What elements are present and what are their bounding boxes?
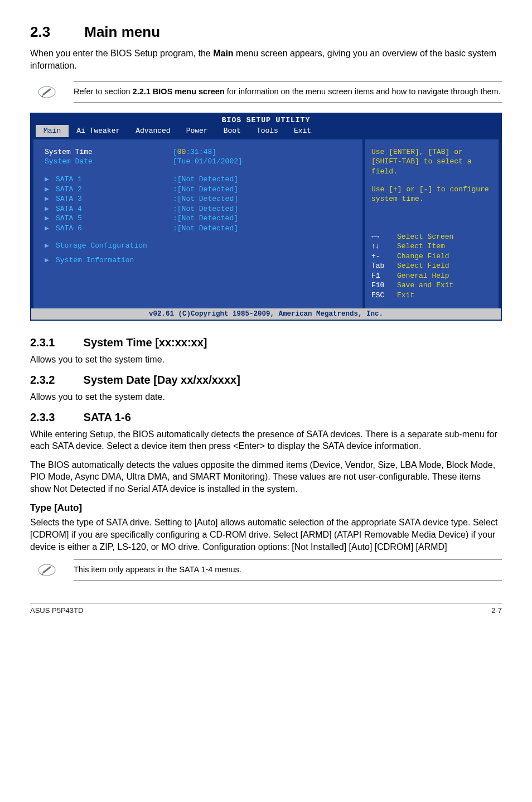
storage-configuration-item[interactable]: Storage Configuration (56, 241, 147, 250)
sata-value: :[Not Detected] (173, 175, 238, 185)
subsection-body-2: The BIOS automatically detects the value… (30, 459, 502, 495)
bios-title: BIOS SETUP UTILITY (31, 114, 501, 125)
subsection-title: System Time [xx:xx:xx] (84, 336, 207, 349)
system-date-label[interactable]: System Date (45, 157, 173, 167)
bios-copyright: v02.61 (C)Copyright 1985-2009, American … (31, 308, 501, 320)
note-block: Refer to section 2.2.1 BIOS menu screen … (30, 81, 502, 103)
section-title-text: Main menu (84, 23, 160, 40)
legend-text: Change Field (397, 252, 449, 262)
triangle-icon: ▶ (45, 194, 50, 204)
subsection-title: SATA 1-6 (84, 411, 131, 423)
system-time-hh: 00 (177, 148, 186, 156)
subsection-number: 2.3.3 (30, 410, 80, 425)
triangle-icon: ▶ (45, 255, 50, 265)
legend-text: General Help (397, 271, 449, 281)
section-heading: 2.3 Main menu (30, 22, 502, 42)
legend-key: ←→ (371, 232, 397, 242)
sata-value: :[Not Detected] (173, 204, 238, 214)
sata-value: :[Not Detected] (173, 194, 238, 204)
system-date-value[interactable]: [Tue 01/01/2002] (173, 157, 243, 167)
bios-screenshot: BIOS SETUP UTILITY Main Ai Tweaker Advan… (30, 113, 502, 321)
sata-label[interactable]: SATA 2 (56, 185, 82, 194)
sata-value: :[Not Detected] (173, 185, 238, 195)
section-number: 2.3 (30, 23, 50, 40)
system-time-label[interactable]: System Time (45, 147, 173, 157)
triangle-icon: ▶ (45, 214, 50, 224)
note-block: This item only appears in the SATA 1-4 m… (30, 559, 502, 581)
subsection-heading: 2.3.2 System Date [Day xx/xx/xxxx] (30, 373, 502, 388)
bios-tab-tools[interactable]: Tools (249, 125, 286, 137)
subsection-heading: 2.3.1 System Time [xx:xx:xx] (30, 335, 502, 350)
system-time-value[interactable]: [00:31:48] (173, 147, 216, 157)
pencil-icon (30, 559, 64, 579)
system-information-item[interactable]: System Information (56, 256, 134, 264)
intro-pre: When you enter the BIOS Setup program, t… (30, 49, 213, 58)
bios-body: System Time [00:31:48] System Date [Tue … (31, 139, 501, 308)
intro-bold: Main (213, 49, 233, 58)
bios-tab-aitweaker[interactable]: Ai Tweaker (69, 125, 128, 137)
subsection-heading: 2.3.3 SATA 1-6 (30, 410, 502, 425)
bios-tab-exit[interactable]: Exit (286, 125, 319, 137)
bios-tab-main[interactable]: Main (36, 125, 69, 137)
triangle-icon: ▶ (45, 241, 50, 251)
footer-right: 2-7 (491, 606, 502, 616)
triangle-icon: ▶ (45, 175, 50, 185)
bios-tab-boot[interactable]: Boot (216, 125, 249, 137)
pencil-icon (30, 81, 64, 102)
subsection-number: 2.3.2 (30, 373, 80, 388)
legend-text: Select Item (397, 241, 445, 252)
legend-key: F10 (371, 281, 397, 291)
subsection-body: Allows you to set the system date. (30, 391, 502, 403)
legend-key: F1 (371, 271, 397, 281)
note1-post: for information on the menu screen items… (225, 87, 501, 96)
sata-label[interactable]: SATA 4 (56, 205, 82, 213)
bios-left-pane: System Time [00:31:48] System Date [Tue … (33, 139, 362, 308)
inner-body: Selects the type of SATA drive. Setting … (30, 516, 502, 553)
note-text: This item only appears in the SATA 1-4 m… (74, 559, 502, 581)
sata-label[interactable]: SATA 5 (56, 214, 82, 223)
legend-text: Exit (397, 291, 414, 301)
bios-right-pane: Use [ENTER], [TAB] or [SHIFT-TAB] to sel… (365, 139, 499, 308)
footer-divider (30, 603, 502, 603)
legend-key: +- (371, 252, 397, 262)
note-text: Refer to section 2.2.1 BIOS menu screen … (74, 81, 502, 103)
legend-key: ↑↓ (371, 241, 397, 252)
sata-value: :[Not Detected] (173, 224, 238, 234)
subsection-title: System Date [Day xx/xx/xxxx] (84, 374, 240, 386)
bios-help-1: Use [ENTER], [TAB] or [SHIFT-TAB] to sel… (371, 147, 492, 177)
page-footer: ASUS P5P43TD 2-7 (30, 606, 502, 616)
bios-menubar: Main Ai Tweaker Advanced Power Boot Tool… (31, 125, 501, 139)
bios-tab-advanced[interactable]: Advanced (128, 125, 178, 137)
svg-rect-4 (42, 566, 51, 573)
sata-label[interactable]: SATA 6 (56, 224, 82, 233)
intro-paragraph: When you enter the BIOS Setup program, t… (30, 47, 502, 71)
system-time-rest: :31:48] (186, 148, 216, 156)
sata-label[interactable]: SATA 1 (56, 175, 82, 183)
note1-bold: 2.2.1 BIOS menu screen (133, 87, 225, 96)
subsection-number: 2.3.1 (30, 335, 80, 350)
svg-rect-1 (42, 88, 51, 95)
triangle-icon: ▶ (45, 224, 50, 234)
triangle-icon: ▶ (45, 204, 50, 214)
legend-text: Select Field (397, 261, 449, 271)
bios-tab-power[interactable]: Power (178, 125, 216, 137)
legend-text: Save and Exit (397, 281, 453, 291)
bracket-open: [ (173, 148, 177, 156)
triangle-icon: ▶ (45, 185, 50, 195)
subsection-body-1: While entering Setup, the BIOS automatic… (30, 428, 502, 452)
subsection-body: Allows you to set the system time. (30, 354, 502, 366)
note1-pre: Refer to section (74, 87, 133, 96)
legend-key: ESC (371, 291, 397, 301)
bios-help-2: Use [+] or [-] to configure system time. (371, 185, 492, 204)
legend-key: Tab (371, 261, 397, 271)
inner-heading: Type [Auto] (30, 502, 502, 515)
footer-left: ASUS P5P43TD (30, 606, 83, 616)
sata-value: :[Not Detected] (173, 214, 238, 224)
sata-label[interactable]: SATA 3 (56, 195, 82, 203)
legend-text: Select Screen (397, 232, 453, 242)
